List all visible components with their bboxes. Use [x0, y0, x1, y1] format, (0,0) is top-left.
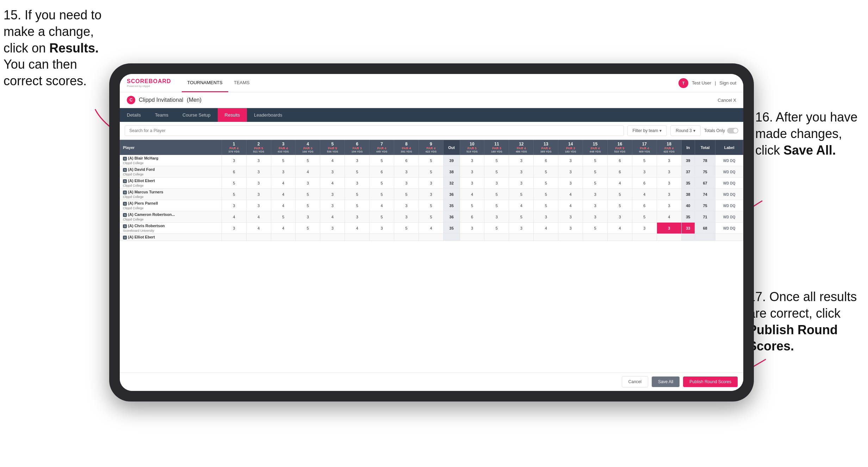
- score-hole-10[interactable]: 3: [460, 155, 484, 166]
- score-hole-6[interactable]: 3: [345, 155, 370, 166]
- score-hole-1[interactable]: 5: [222, 189, 246, 200]
- score-hole-15[interactable]: 3: [583, 200, 608, 211]
- round-select-btn[interactable]: Round 3 ▾: [670, 125, 700, 136]
- score-hole-7[interactable]: 3: [370, 223, 394, 234]
- score-hole-11[interactable]: 3: [484, 211, 509, 223]
- score-hole-3[interactable]: 4: [271, 223, 296, 234]
- score-hole-6[interactable]: 5: [345, 166, 370, 178]
- score-hole-17[interactable]: 3: [632, 166, 657, 178]
- score-hole-17[interactable]: 6: [632, 200, 657, 211]
- score-hole-8[interactable]: 5: [394, 189, 419, 200]
- score-hole-7[interactable]: 5: [370, 211, 394, 223]
- score-hole-2[interactable]: 3: [246, 178, 271, 189]
- score-hole-17[interactable]: [632, 234, 657, 241]
- score-hole-14[interactable]: 3: [558, 155, 583, 166]
- score-hole-11[interactable]: 5: [484, 200, 509, 211]
- score-hole-2[interactable]: 4: [246, 211, 271, 223]
- label-dq[interactable]: DQ: [730, 170, 736, 174]
- score-hole-7[interactable]: 5: [370, 155, 394, 166]
- score-hole-4[interactable]: 5: [296, 155, 320, 166]
- score-hole-15[interactable]: 5: [583, 223, 608, 234]
- score-hole-17[interactable]: 3: [632, 223, 657, 234]
- score-hole-10[interactable]: 4: [460, 189, 484, 200]
- score-hole-8[interactable]: 3: [394, 200, 419, 211]
- score-hole-16[interactable]: 5: [608, 189, 632, 200]
- score-hole-1[interactable]: 3: [222, 223, 246, 234]
- score-hole-1[interactable]: 6: [222, 166, 246, 178]
- score-hole-10[interactable]: 6: [460, 211, 484, 223]
- score-hole-13[interactable]: 4: [534, 223, 558, 234]
- score-hole-5[interactable]: 4: [320, 178, 345, 189]
- score-hole-5[interactable]: 3: [320, 223, 345, 234]
- score-hole-7[interactable]: 4: [370, 200, 394, 211]
- score-hole-9[interactable]: [419, 234, 444, 241]
- score-hole-14[interactable]: 3: [558, 211, 583, 223]
- score-hole-13[interactable]: [534, 234, 558, 241]
- score-hole-15[interactable]: 3: [583, 211, 608, 223]
- tab-course-setup[interactable]: Course Setup: [175, 108, 218, 122]
- score-hole-3[interactable]: 4: [271, 200, 296, 211]
- score-hole-16[interactable]: 6: [608, 166, 632, 178]
- tab-teams[interactable]: Teams: [148, 108, 175, 122]
- score-hole-3[interactable]: [271, 234, 296, 241]
- label-dq[interactable]: DQ: [730, 215, 736, 219]
- score-hole-7[interactable]: [370, 234, 394, 241]
- score-hole-15[interactable]: [583, 234, 608, 241]
- score-hole-9[interactable]: 5: [419, 200, 444, 211]
- score-hole-6[interactable]: 5: [345, 200, 370, 211]
- score-hole-14[interactable]: 4: [558, 189, 583, 200]
- nav-teams[interactable]: TEAMS: [228, 74, 255, 92]
- score-hole-5[interactable]: 3: [320, 189, 345, 200]
- score-hole-5[interactable]: 3: [320, 166, 345, 178]
- score-hole-12[interactable]: 3: [509, 155, 534, 166]
- score-hole-11[interactable]: 3: [484, 178, 509, 189]
- score-hole-4[interactable]: [296, 234, 320, 241]
- score-hole-9[interactable]: 5: [419, 155, 444, 166]
- score-hole-6[interactable]: 3: [345, 211, 370, 223]
- search-input[interactable]: [125, 125, 624, 136]
- score-hole-12[interactable]: 3: [509, 166, 534, 178]
- score-hole-6[interactable]: [345, 234, 370, 241]
- score-hole-16[interactable]: 4: [608, 223, 632, 234]
- score-hole-10[interactable]: 3: [460, 166, 484, 178]
- publish-button[interactable]: Publish Round Scores: [683, 376, 738, 387]
- score-hole-1[interactable]: 3: [222, 200, 246, 211]
- score-hole-2[interactable]: [246, 234, 271, 241]
- save-all-button[interactable]: Save All: [652, 376, 680, 387]
- score-hole-11[interactable]: [484, 234, 509, 241]
- label-wd[interactable]: WD: [723, 193, 729, 197]
- cancel-tournament[interactable]: Cancel X: [718, 98, 736, 103]
- score-hole-16[interactable]: 4: [608, 178, 632, 189]
- score-hole-18[interactable]: 3: [657, 200, 681, 211]
- score-hole-5[interactable]: 3: [320, 200, 345, 211]
- score-hole-15[interactable]: 5: [583, 166, 608, 178]
- score-hole-14[interactable]: 4: [558, 200, 583, 211]
- score-hole-3[interactable]: 4: [271, 178, 296, 189]
- tab-details[interactable]: Details: [120, 108, 148, 122]
- cancel-button[interactable]: Cancel: [622, 376, 648, 387]
- score-hole-4[interactable]: 5: [296, 223, 320, 234]
- score-hole-9[interactable]: 3: [419, 178, 444, 189]
- score-hole-1[interactable]: 5: [222, 178, 246, 189]
- score-hole-12[interactable]: 3: [509, 178, 534, 189]
- score-hole-7[interactable]: 6: [370, 166, 394, 178]
- score-hole-14[interactable]: 3: [558, 223, 583, 234]
- score-hole-8[interactable]: 3: [394, 211, 419, 223]
- score-hole-12[interactable]: 4: [509, 200, 534, 211]
- score-hole-14[interactable]: 3: [558, 166, 583, 178]
- score-hole-14[interactable]: 3: [558, 178, 583, 189]
- score-hole-11[interactable]: 5: [484, 189, 509, 200]
- score-hole-15[interactable]: 3: [583, 189, 608, 200]
- score-hole-8[interactable]: 5: [394, 223, 419, 234]
- score-hole-12[interactable]: 5: [509, 189, 534, 200]
- score-hole-2[interactable]: 3: [246, 189, 271, 200]
- score-hole-16[interactable]: 5: [608, 200, 632, 211]
- score-hole-15[interactable]: 5: [583, 155, 608, 166]
- score-hole-11[interactable]: 5: [484, 166, 509, 178]
- score-hole-13[interactable]: 5: [534, 200, 558, 211]
- score-hole-2[interactable]: 3: [246, 155, 271, 166]
- score-hole-6[interactable]: 5: [345, 189, 370, 200]
- score-hole-13[interactable]: 5: [534, 178, 558, 189]
- nav-tournaments[interactable]: TOURNAMENTS: [182, 74, 228, 92]
- score-hole-17[interactable]: 5: [632, 211, 657, 223]
